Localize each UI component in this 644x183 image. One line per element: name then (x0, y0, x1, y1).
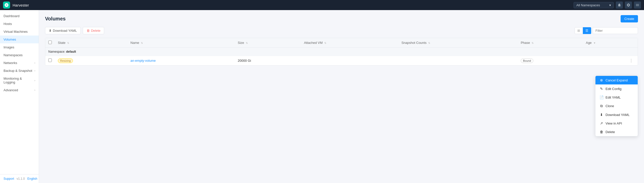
cancel-expand-icon: ⊗ (599, 78, 603, 82)
phase-column-header: Phase ⇅ (518, 38, 583, 48)
main-content: Volumes Create ⬇ Download YAML 🗑 Delete … (39, 10, 644, 183)
menu-item-cancel-expand-label: Cancel Expand (606, 78, 628, 82)
age-sort-icon[interactable]: ▼ (593, 42, 596, 44)
bell-svg (617, 3, 621, 7)
attached-vm-cell (301, 56, 398, 66)
volumes-table: State ⇅ Name ⇅ Size ⇅ (45, 38, 638, 65)
state-cell: Resizing (55, 56, 128, 66)
sidebar-item-virtual-machines[interactable]: Virtual Machines (0, 28, 39, 36)
sidebar-item-dashboard[interactable]: Dashboard (0, 12, 39, 20)
name-sort-icon[interactable]: ⇅ (141, 42, 143, 44)
table-container: State ⇅ Name ⇅ Size ⇅ (45, 38, 638, 66)
download-icon: ⬇ (49, 29, 52, 33)
clone-icon: ⧉ (599, 104, 603, 108)
top-bar-left: Harvester (3, 2, 29, 9)
menu-item-edit-yaml[interactable]: 📄 Edit YAML (595, 93, 638, 102)
menu-item-delete[interactable]: 🗑 Delete (595, 128, 638, 136)
snapshot-counts-column-header: Snapshot Counts ⇅ (398, 38, 518, 48)
row-action-area: ⋮ (586, 58, 635, 63)
table-header: State ⇅ Name ⇅ Size ⇅ (45, 38, 638, 48)
namespace-value: default (66, 50, 76, 53)
view-api-icon: ↗ (599, 121, 603, 125)
filter-input[interactable] (593, 27, 638, 34)
menu-item-edit-config[interactable]: ✎ Edit Config (595, 84, 638, 93)
top-bar-right: All Namespaces ▾ (574, 2, 641, 9)
app-logo (3, 2, 10, 9)
grid-view-button[interactable]: ⊞ (575, 27, 583, 34)
settings-icon[interactable] (625, 2, 632, 9)
row-checkbox-cell (45, 56, 55, 66)
sidebar-item-backup-snapshot[interactable]: Backup & Snapshot › (0, 67, 39, 75)
delete-label: Delete (91, 29, 101, 33)
sidebar-item-namespaces-label: Namespaces (4, 53, 23, 57)
menu-item-clone[interactable]: ⧉ Clone (595, 102, 638, 110)
sidebar-footer: Support v1.1.0 English (0, 174, 39, 183)
advanced-chevron-icon: › (34, 89, 35, 92)
toolbar-right: ⊞ ☰ (575, 27, 638, 34)
page-title: Volumes (45, 16, 66, 22)
state-column-header: State ⇅ (55, 38, 128, 48)
row-action-button[interactable]: ⋮ (628, 58, 635, 63)
menu-item-download-yaml[interactable]: ⬇ Download YAML (595, 110, 638, 119)
row-checkbox[interactable] (48, 58, 52, 62)
select-all-checkbox[interactable] (48, 41, 52, 44)
delete-button[interactable]: 🗑 Delete (83, 27, 104, 34)
networks-chevron-icon: › (34, 62, 35, 64)
sidebar-item-images-label: Images (4, 45, 14, 49)
menu-item-edit-yaml-label: Edit YAML (606, 96, 621, 99)
sidebar-item-advanced[interactable]: Advanced › (0, 86, 39, 94)
language-link[interactable]: English (27, 177, 37, 180)
delete-menu-icon: 🗑 (599, 130, 603, 134)
create-button[interactable]: Create (621, 15, 638, 22)
sidebar-item-monitoring-label: Monitoring & Logging (4, 77, 34, 84)
size-sort-icon[interactable]: ⇅ (246, 42, 248, 44)
size-header-label: Size (238, 41, 244, 45)
menu-item-cancel-expand[interactable]: ⊗ Cancel Expand (595, 76, 638, 84)
attached-vm-header-label: Attached VM (304, 41, 323, 45)
sidebar-item-volumes[interactable]: Volumes (0, 36, 39, 43)
phase-sort-icon[interactable]: ⇅ (532, 42, 534, 44)
menu-item-delete-label: Delete (606, 130, 615, 134)
delete-icon: 🗑 (87, 29, 90, 33)
namespace-select[interactable]: All Namespaces ▾ (574, 2, 614, 8)
version-label: v1.1.0 (17, 177, 25, 180)
sidebar-item-namespaces[interactable]: Namespaces (0, 51, 39, 59)
sidebar-item-networks[interactable]: Networks › (0, 59, 39, 67)
list-view-button[interactable]: ☰ (583, 27, 591, 34)
hamburger-svg (635, 3, 639, 7)
namespace-label: All Namespaces (576, 3, 600, 7)
snapshot-counts-sort-icon[interactable]: ⇅ (428, 42, 430, 44)
page-header: Volumes Create (45, 15, 638, 22)
support-link[interactable]: Support (4, 177, 14, 180)
select-all-header (45, 38, 55, 48)
snapshot-counts-header-label: Snapshot Counts (401, 41, 427, 45)
menu-item-download-yaml-label: Download YAML (606, 113, 630, 117)
sidebar-item-hosts-label: Hosts (4, 22, 12, 26)
namespace-chevron: ▾ (609, 3, 611, 7)
logo-svg (4, 3, 9, 7)
volume-name-link[interactable]: an-empty-volume (131, 59, 156, 63)
sidebar-item-hosts[interactable]: Hosts (0, 20, 39, 28)
download-yaml-label: Download YAML (53, 29, 77, 33)
age-header-label: Age (586, 41, 592, 45)
menu-icon[interactable] (634, 2, 641, 9)
menu-item-edit-config-label: Edit Config (606, 87, 622, 91)
phase-header-label: Phase (521, 41, 530, 45)
gear-svg (626, 3, 630, 7)
attached-vm-sort-icon[interactable]: ⇅ (324, 42, 326, 44)
download-yaml-icon: ⬇ (599, 113, 603, 117)
sidebar-item-monitoring-logging[interactable]: Monitoring & Logging › (0, 75, 39, 86)
menu-item-view-in-api[interactable]: ↗ View in API (595, 119, 638, 128)
sidebar-item-images[interactable]: Images (0, 43, 39, 51)
status-badge: Resizing (58, 58, 73, 63)
notifications-icon[interactable] (616, 2, 623, 9)
download-yaml-button[interactable]: ⬇ Download YAML (45, 27, 81, 34)
phase-badge: Bound (521, 58, 533, 63)
sidebar: Dashboard Hosts Virtual Machines Volumes… (0, 10, 39, 183)
size-value: 20000 Gi (238, 59, 251, 63)
sidebar-item-advanced-label: Advanced (4, 88, 18, 92)
top-bar: Harvester All Namespaces ▾ (0, 0, 644, 10)
monitoring-chevron-icon: › (34, 79, 35, 82)
backup-chevron-icon: › (34, 69, 35, 72)
state-sort-icon[interactable]: ⇅ (67, 42, 69, 44)
